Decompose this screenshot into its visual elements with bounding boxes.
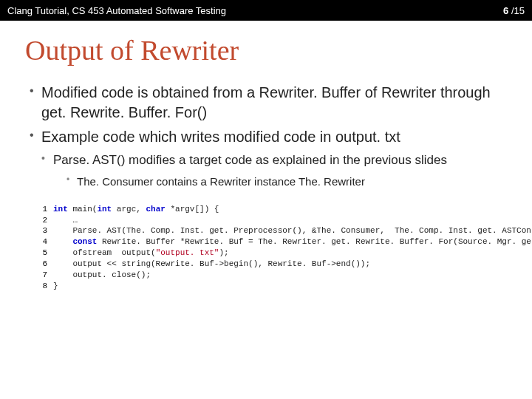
text: contains a — [153, 175, 210, 188]
line-number: 6 — [35, 259, 47, 270]
text: … — [53, 215, 78, 226]
text: Modified code is obtained from a — [41, 84, 259, 100]
line-number: 7 — [35, 270, 47, 281]
line-number: 3 — [35, 225, 47, 236]
code-term: output. txt — [335, 129, 400, 145]
code-line-2: 2 … — [35, 215, 516, 226]
code-line-6: 6 output << string(Rewrite. Buf->begin()… — [35, 259, 516, 270]
code-term: Parse. AST() — [53, 153, 125, 167]
kw: char — [146, 205, 165, 214]
text: *argv[]) { — [166, 205, 219, 214]
kw: const — [72, 237, 97, 246]
line-number: 1 — [35, 204, 47, 215]
text: ); — [219, 248, 228, 257]
line-number: 5 — [35, 248, 47, 259]
text — [53, 237, 72, 246]
text: } — [53, 281, 58, 292]
text: output. close(); — [53, 270, 151, 281]
code-term: The. Rewriter — [299, 175, 365, 188]
line-number: 2 — [35, 215, 47, 226]
line-number: 8 — [35, 281, 47, 292]
code-term: Rewriter — [210, 175, 251, 188]
header-left: Clang Tutorial, CS 453 Automated Softwar… — [7, 5, 226, 16]
text: ofstream output( — [53, 248, 156, 257]
code-term: Rewriter — [381, 84, 436, 100]
code-line-4: 4 const Rewrite. Buffer *Rewrite. Buf = … — [35, 236, 516, 248]
text: argc, — [112, 205, 146, 214]
text: through — [436, 84, 490, 100]
string-literal: "output. txt" — [156, 248, 219, 257]
page-sep: / — [508, 5, 514, 16]
bullet-2: Example code which writes modified code … — [30, 127, 516, 189]
code-term: Rewriter. Buffer — [259, 84, 361, 100]
slide-body: Modified code is obtained from a Rewrite… — [30, 83, 516, 292]
kw: int — [53, 205, 68, 214]
kw: int — [97, 205, 112, 214]
bullet-2-1-1: The. Consumer contains a Rewriter instan… — [66, 174, 516, 189]
slide-title: Output of Rewriter — [25, 34, 532, 66]
text: Parse. AST(The. Comp. Inst. get. Preproc… — [53, 225, 532, 236]
text: instance — [251, 175, 299, 188]
code-block: 1int main(int argc, char *argv[]) { 2 … … — [35, 204, 516, 292]
page-total: 15 — [514, 5, 525, 16]
bullet-1: Modified code is obtained from a Rewrite… — [30, 83, 516, 123]
code-line-5: 5 ofstream output("output. txt"); — [35, 248, 516, 259]
code-line-8: 8} — [35, 281, 516, 292]
slide-header: Clang Tutorial, CS 453 Automated Softwar… — [0, 0, 532, 21]
line-number: 4 — [35, 236, 47, 248]
text: Rewrite. Buffer *Rewrite. Buf = The. Rew… — [97, 237, 532, 246]
text: modifies a target code as explained in t… — [125, 153, 447, 167]
code-line-7: 7 output. close(); — [35, 270, 516, 281]
code-term: The. Consumer — [77, 175, 153, 188]
text: of — [361, 84, 381, 100]
code-term: get. Rewrite. Buffer. For() — [41, 104, 207, 120]
code-line-3: 3 Parse. AST(The. Comp. Inst. get. Prepr… — [35, 225, 516, 236]
code-line-1: 1int main(int argc, char *argv[]) { — [35, 204, 516, 215]
bullet-2-1: Parse. AST() modifies a target code as e… — [41, 151, 516, 189]
text: Example code which writes modified code … — [41, 129, 335, 145]
text: output << string(Rewrite. Buf->begin(), … — [53, 259, 370, 270]
header-page: 6 /15 — [503, 5, 525, 16]
text: main( — [68, 205, 98, 214]
